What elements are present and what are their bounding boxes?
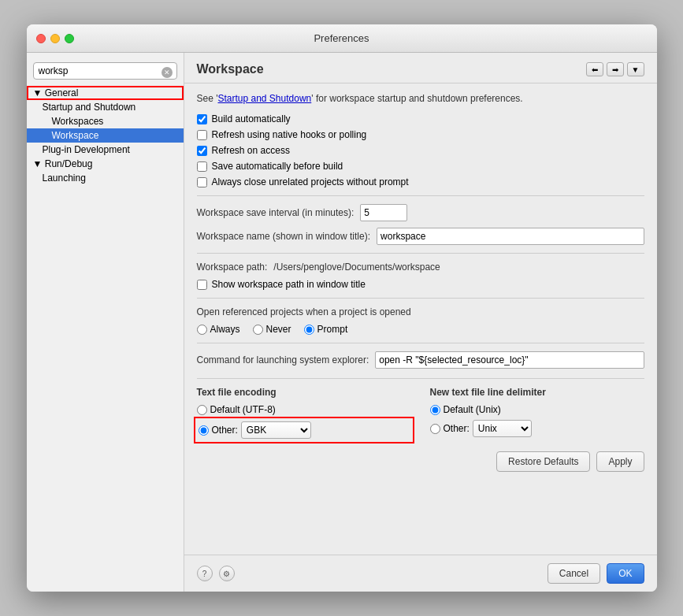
sidebar-item-workspaces[interactable]: Workspaces — [27, 114, 184, 128]
newline-default-label: Default (Unix) — [444, 404, 501, 415]
search-container: ✕ — [27, 59, 184, 86]
search-clear-icon[interactable]: ✕ — [161, 67, 173, 78]
minimize-button[interactable] — [50, 34, 60, 43]
encoding-section: Text file encoding Default (UTF-8) Other… — [197, 387, 644, 442]
command-input[interactable] — [375, 351, 644, 369]
encoding-default-option: Default (UTF-8) — [197, 404, 411, 415]
encoding-other-radio[interactable] — [199, 425, 209, 436]
newline-other-label: Other: — [444, 423, 470, 434]
search-input[interactable] — [33, 62, 177, 80]
refresh-native-label: Refresh using native hooks or polling — [212, 129, 367, 140]
nav-forward-icon[interactable]: ➡ — [607, 62, 624, 76]
close-unrelated-row: Always close unrelated projects without … — [197, 176, 644, 187]
workspace-path-label: Workspace path: — [197, 262, 268, 273]
save-before-row: Save automatically before build — [197, 161, 644, 172]
open-projects-label: Open referenced projects when a project … — [197, 306, 644, 317]
footer-right: Cancel OK — [548, 563, 644, 584]
encoding-default-radio[interactable] — [197, 405, 207, 415]
save-interval-input[interactable] — [360, 204, 407, 221]
startup-shutdown-link[interactable]: Startup and Shutdown — [217, 93, 311, 104]
help-icon[interactable]: ? — [197, 566, 213, 581]
general-label: ▼ General — [33, 87, 79, 98]
workspaces-label: Workspaces — [52, 116, 104, 127]
newline-title: New text file line delimiter — [430, 387, 644, 398]
show-path-label: Show workspace path in window title — [212, 279, 366, 290]
newline-default-option: Default (Unix) — [430, 404, 644, 415]
workspace-label: Workspace — [52, 130, 99, 141]
description: See 'Startup and Shutdown' for workspace… — [197, 93, 644, 104]
panel-body: See 'Startup and Shutdown' for workspace… — [184, 83, 657, 555]
apply-button[interactable]: Apply — [596, 451, 644, 472]
plugin-dev-label: Plug-in Development — [43, 144, 130, 155]
window-content: ✕ ▼ General Startup and Shutdown Workspa… — [27, 53, 657, 592]
radio-never-input[interactable] — [253, 325, 263, 335]
radio-always-input[interactable] — [197, 325, 207, 335]
maximize-button[interactable] — [65, 34, 74, 43]
refresh-access-checkbox[interactable] — [197, 146, 207, 156]
close-button[interactable] — [36, 34, 46, 43]
radio-always-label: Always — [210, 324, 240, 335]
radio-prompt-input[interactable] — [304, 325, 314, 335]
restore-apply-row: Restore Defaults Apply — [197, 451, 644, 472]
main-panel: Workspace ⬅ ➡ ▼ See 'Startup and Shutdow… — [184, 53, 657, 592]
encoding-title: Text file encoding — [197, 387, 411, 398]
radio-prompt[interactable]: Prompt — [304, 324, 348, 335]
save-interval-label: Workspace save interval (in minutes): — [197, 207, 354, 218]
sidebar-item-startup[interactable]: Startup and Shutdown — [27, 100, 184, 114]
sidebar-item-workspace[interactable]: Workspace — [27, 128, 184, 143]
command-label: Command for launching system explorer: — [197, 354, 369, 366]
build-auto-row: Build automatically — [197, 113, 644, 124]
restore-defaults-button[interactable]: Restore Defaults — [496, 451, 590, 472]
radio-row: Always Never Prompt — [197, 324, 644, 335]
sidebar-item-general[interactable]: ▼ General — [27, 86, 184, 100]
settings-icon[interactable]: ⚙ — [219, 566, 235, 581]
sidebar: ✕ ▼ General Startup and Shutdown Workspa… — [27, 53, 184, 592]
radio-never-label: Never — [266, 324, 291, 335]
divider-2 — [197, 253, 644, 254]
newline-other-radio[interactable] — [430, 424, 440, 434]
sidebar-item-plugin-dev[interactable]: Plug-in Development — [27, 143, 184, 157]
encoding-select[interactable]: GBK UTF-8 ISO-8859-1 UTF-16 — [241, 421, 311, 439]
encoding-default-label: Default (UTF-8) — [210, 404, 276, 415]
close-unrelated-checkbox[interactable] — [197, 177, 207, 187]
refresh-native-checkbox[interactable] — [197, 130, 207, 140]
workspace-name-label: Workspace name (shown in window title): — [197, 231, 371, 242]
build-auto-checkbox[interactable] — [197, 114, 207, 124]
startup-label: Startup and Shutdown — [43, 102, 136, 113]
sidebar-item-run-debug[interactable]: ▼ Run/Debug — [27, 157, 184, 171]
sidebar-item-launching[interactable]: Launching — [27, 171, 184, 185]
divider-5 — [197, 378, 644, 379]
run-debug-label: ▼ Run/Debug — [33, 158, 93, 169]
workspace-path-value: /Users/penglove/Documents/workspace — [273, 262, 440, 273]
cancel-button[interactable]: Cancel — [548, 563, 600, 584]
workspace-name-input[interactable] — [377, 228, 644, 245]
save-before-checkbox[interactable] — [197, 161, 207, 172]
build-auto-label: Build automatically — [212, 113, 291, 124]
panel-title: Workspace — [197, 62, 264, 76]
titlebar: Preferences — [27, 24, 657, 53]
refresh-access-label: Refresh on access — [212, 145, 290, 156]
footer-left: ? ⚙ — [197, 566, 235, 581]
radio-always[interactable]: Always — [197, 324, 240, 335]
close-unrelated-label: Always close unrelated projects without … — [212, 176, 409, 187]
workspace-path-row: Workspace path: /Users/penglove/Document… — [197, 262, 644, 273]
newline-default-radio[interactable] — [430, 405, 440, 415]
radio-prompt-label: Prompt — [317, 324, 348, 335]
encoding-other-row: Other: GBK UTF-8 ISO-8859-1 UTF-16 — [197, 420, 411, 440]
save-interval-field: Workspace save interval (in minutes): — [197, 204, 644, 221]
preferences-window: Preferences ✕ ▼ General Startup and Shut… — [27, 24, 657, 592]
divider-4 — [197, 343, 644, 343]
nav-menu-icon[interactable]: ▼ — [627, 62, 644, 76]
ok-button[interactable]: OK — [607, 563, 644, 584]
newline-select[interactable]: Unix Windows macOS — [473, 420, 532, 437]
window-title: Preferences — [314, 32, 369, 44]
panel-header: Workspace ⬅ ➡ ▼ — [184, 53, 657, 83]
command-row: Command for launching system explorer: — [197, 351, 644, 369]
header-icons: ⬅ ➡ ▼ — [586, 62, 644, 76]
launching-label: Launching — [43, 173, 86, 184]
newline-other-option: Other: Unix Windows macOS — [430, 420, 644, 437]
show-path-checkbox[interactable] — [197, 280, 207, 290]
radio-never[interactable]: Never — [253, 324, 291, 335]
divider-1 — [197, 195, 644, 196]
nav-back-icon[interactable]: ⬅ — [586, 62, 603, 76]
